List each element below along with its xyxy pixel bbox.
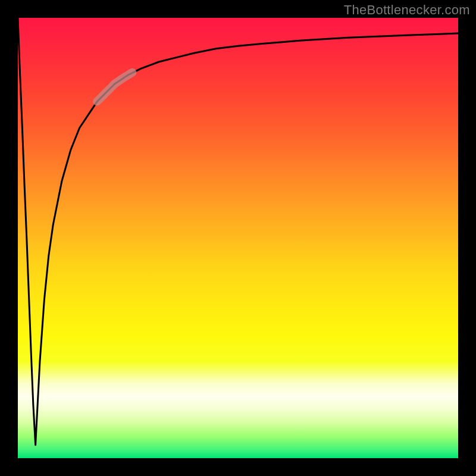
plot-area: [18, 18, 458, 458]
watermark-text: TheBottlenecker.com: [344, 2, 470, 18]
highlight-overlay: [97, 73, 132, 102]
chart-frame: TheBottlenecker.com: [0, 0, 476, 476]
bottleneck-curve: [18, 18, 458, 445]
curve-svg: [18, 18, 458, 458]
curve-group: [18, 18, 458, 445]
